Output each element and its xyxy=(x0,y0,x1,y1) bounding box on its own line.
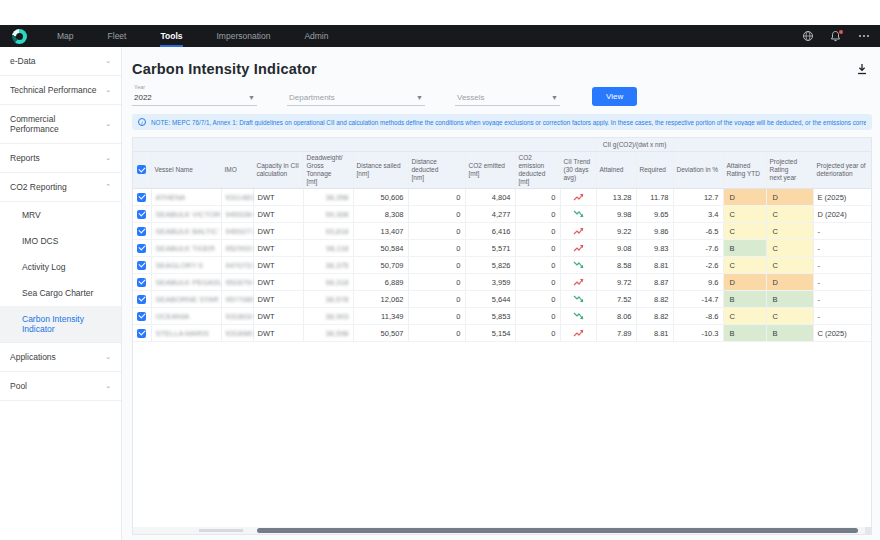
attained-cell: 9.98 xyxy=(596,206,636,223)
vessels-placeholder: Vessels xyxy=(457,93,485,102)
tonnage-cell: 38,598 xyxy=(303,325,353,342)
capacity-cell: DWT xyxy=(253,325,303,342)
vessel-name-cell: SEABULK PEGASUS xyxy=(151,274,221,291)
row-checkbox[interactable] xyxy=(137,210,146,219)
sidebar-item-pool[interactable]: Pool⌄ xyxy=(0,372,121,401)
scrollbar-thumb[interactable] xyxy=(257,528,857,533)
co2-deducted-cell: 0 xyxy=(515,223,560,240)
nav-item-tools[interactable]: Tools xyxy=(160,25,182,47)
chevron-down-icon: ▼ xyxy=(408,94,423,101)
trend-up-icon xyxy=(560,274,596,291)
scrollbar-segment xyxy=(199,529,243,532)
rating-ytd-cell: C xyxy=(723,257,766,274)
sidebar-item-sea-cargo-charter[interactable]: Sea Cargo Charter xyxy=(0,280,121,306)
chevron-down-icon: ⌄ xyxy=(105,57,111,65)
page-title: Carbon Intensity Indicator xyxy=(132,61,317,77)
deviation-cell: 9.6 xyxy=(673,274,723,291)
vessel-name-cell: OCEANIA xyxy=(151,308,221,325)
imo-cell: 9528794 xyxy=(221,274,253,291)
distance-deducted-cell: 0 xyxy=(408,274,465,291)
more-icon[interactable] xyxy=(858,30,870,42)
sidebar-item-carbon-intensity-indicator[interactable]: Carbon Intensity Indicator xyxy=(0,306,121,343)
nav-item-impersonation[interactable]: Impersonation xyxy=(217,25,271,47)
sidebar-item-technical-performance[interactable]: Technical Performance⌄ xyxy=(0,76,121,105)
chevron-down-icon: ▼ xyxy=(240,94,255,101)
imo-cell: 9470737 xyxy=(221,257,253,274)
distance-deducted-cell: 0 xyxy=(408,308,465,325)
table-row: SEABULK PEGASUS9528794DWT98,3186,88903,9… xyxy=(133,274,872,291)
sidebar-item-e-data[interactable]: e-Data⌄ xyxy=(0,47,121,76)
row-select-cell xyxy=(133,223,151,240)
row-select-cell xyxy=(133,240,151,257)
vessel-name-cell: ATHENA xyxy=(151,189,221,206)
sidebar-item-mrv[interactable]: MRV xyxy=(0,202,121,228)
row-checkbox[interactable] xyxy=(137,244,146,253)
rating-next-year-cell: C xyxy=(766,240,813,257)
globe-icon[interactable] xyxy=(802,30,814,42)
required-cell: 8.87 xyxy=(636,274,673,291)
departments-select[interactable]: Departments ▼ xyxy=(287,91,425,106)
vessel-name-cell: SEABORNE STAR III xyxy=(151,291,221,308)
nav-item-admin[interactable]: Admin xyxy=(304,25,328,47)
horizontal-scrollbar[interactable] xyxy=(133,527,865,534)
table-row: ATHENA9311481DWT38,35850,60604,804013.28… xyxy=(133,189,872,206)
capacity-cell: DWT xyxy=(253,189,303,206)
co2-emitted-cell: 5,826 xyxy=(465,257,515,274)
bell-icon[interactable] xyxy=(830,30,842,42)
year-label: Year xyxy=(134,84,145,90)
col-header-co2-emitted: CO2 emitted [mt] xyxy=(465,151,515,189)
sidebar-item-applications[interactable]: Applications⌄ xyxy=(0,343,121,372)
tonnage-cell: 98,318 xyxy=(303,274,353,291)
co2-deducted-cell: 0 xyxy=(515,274,560,291)
chevron-down-icon: ⌄ xyxy=(105,382,111,390)
row-select-cell xyxy=(133,308,151,325)
sidebar-item-commercial-performance[interactable]: Commercial Performance⌄ xyxy=(0,105,121,144)
sidebar-item-reports[interactable]: Reports⌄ xyxy=(0,144,121,173)
vessel-name-cell: SEABULK TIGER xyxy=(151,240,221,257)
row-checkbox[interactable] xyxy=(137,261,146,270)
row-checkbox[interactable] xyxy=(137,312,146,321)
distance-sailed-cell: 50,606 xyxy=(353,189,408,206)
row-checkbox[interactable] xyxy=(137,227,146,236)
attained-cell: 7.89 xyxy=(596,325,636,342)
deviation-cell: -10.3 xyxy=(673,325,723,342)
trend-up-icon xyxy=(560,189,596,206)
rating-next-year-cell: D xyxy=(766,274,813,291)
trend-up-icon xyxy=(560,325,596,342)
group-header-row: CII g(CO2)/(dwt x nm) xyxy=(133,138,872,151)
col-header-projected-rating: Projected Rating next year xyxy=(766,151,813,189)
required-cell: 9.65 xyxy=(636,206,673,223)
nav-item-fleet[interactable]: Fleet xyxy=(108,25,127,47)
rating-ytd-cell: D xyxy=(723,189,766,206)
sidebar-item-imo-dcs[interactable]: IMO DCS xyxy=(0,228,121,254)
attained-cell: 8.06 xyxy=(596,308,636,325)
row-checkbox[interactable] xyxy=(137,329,146,338)
co2-deducted-cell: 0 xyxy=(515,325,560,342)
select-all-checkbox[interactable] xyxy=(137,165,146,174)
deterioration-cell: - xyxy=(813,223,872,240)
vessels-select[interactable]: Vessels ▼ xyxy=(455,91,560,106)
rating-ytd-cell: D xyxy=(723,274,766,291)
download-icon[interactable] xyxy=(856,61,868,79)
deviation-cell: -6.5 xyxy=(673,223,723,240)
nav-item-map[interactable]: Map xyxy=(57,25,74,47)
sidebar-item-co2-reporting[interactable]: CO2 Reporting⌃ xyxy=(0,173,121,202)
imo-cell: 9318034 xyxy=(221,308,253,325)
row-select-cell xyxy=(133,291,151,308)
sidebar: e-Data⌄Technical Performance⌄Commercial … xyxy=(0,47,122,540)
rating-next-year-cell: C xyxy=(766,308,813,325)
view-button[interactable]: View xyxy=(592,87,637,106)
chevron-down-icon: ⌄ xyxy=(105,154,111,162)
select-all-header xyxy=(133,151,151,189)
sidebar-item-activity-log[interactable]: Activity Log xyxy=(0,254,121,280)
imo-cell: 9459284 xyxy=(221,206,253,223)
row-select-cell xyxy=(133,206,151,223)
year-select[interactable]: Year 2022 ▼ xyxy=(132,91,257,106)
departments-placeholder: Departments xyxy=(289,93,335,102)
row-checkbox[interactable] xyxy=(137,295,146,304)
trend-down-icon xyxy=(560,257,596,274)
col-header-deadweight: Deadweight/ Gross Tonnage [mt] xyxy=(303,151,353,189)
trend-down-icon xyxy=(560,206,596,223)
row-checkbox[interactable] xyxy=(137,278,146,287)
row-checkbox[interactable] xyxy=(137,193,146,202)
